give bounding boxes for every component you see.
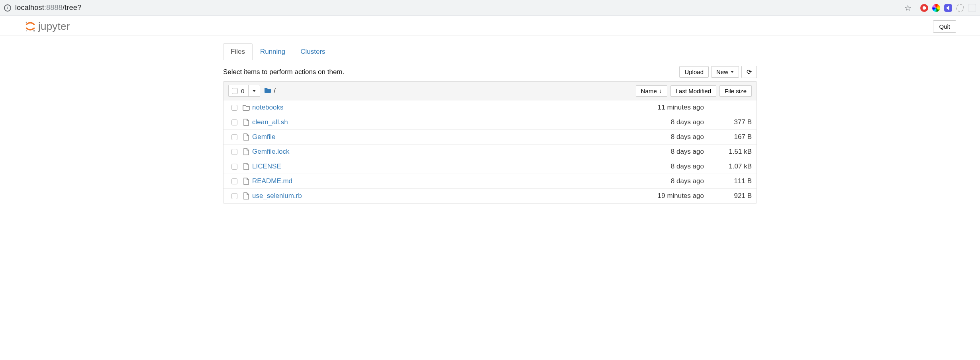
row-size: 1.07 kB <box>712 162 752 170</box>
select-all-control[interactable]: 0 <box>228 85 260 97</box>
url-path: /tree? <box>63 4 81 12</box>
row-modified: 8 days ago <box>632 118 712 126</box>
row-checkbox[interactable] <box>231 134 237 140</box>
file-icon <box>240 178 252 185</box>
table-row: clean_all.sh8 days ago377 B <box>223 115 757 130</box>
table-row: use_selenium.rb19 minutes ago921 B <box>223 189 757 203</box>
row-name-link[interactable]: notebooks <box>252 104 632 112</box>
row-size: 377 B <box>712 118 752 126</box>
info-icon[interactable]: i <box>4 4 11 12</box>
row-size: 921 B <box>712 192 752 200</box>
row-name-link[interactable]: Gemfile <box>252 133 632 141</box>
row-checkbox-wrap <box>228 178 240 184</box>
row-size: 1.51 kB <box>712 148 752 156</box>
name-col-label: Name <box>641 88 657 94</box>
browser-address-bar: i localhost:8888/tree? ☆ <box>0 0 980 16</box>
select-all-checkbox[interactable] <box>232 88 238 94</box>
new-dropdown-button[interactable]: New <box>711 66 739 78</box>
row-modified: 11 minutes ago <box>632 104 712 112</box>
row-name-link[interactable]: use_selenium.rb <box>252 192 632 200</box>
row-size: 111 B <box>712 177 752 185</box>
table-row: README.md8 days ago111 B <box>223 174 757 189</box>
row-checkbox-wrap <box>228 193 240 199</box>
row-name-link[interactable]: README.md <box>252 177 632 185</box>
select-dropdown[interactable] <box>248 85 260 96</box>
row-checkbox-wrap <box>228 105 240 111</box>
arrow-down-icon: ↓ <box>659 88 662 94</box>
row-modified: 8 days ago <box>632 177 712 185</box>
extension-ublock-icon[interactable] <box>920 4 928 12</box>
action-hint: Select items to perform actions on them. <box>223 68 344 76</box>
row-checkbox[interactable] <box>231 164 237 170</box>
row-checkbox[interactable] <box>231 149 237 155</box>
sort-size-button[interactable]: File size <box>719 85 752 97</box>
row-name-link[interactable]: clean_all.sh <box>252 118 632 126</box>
tabs: Files Running Clusters <box>199 43 781 60</box>
row-modified: 8 days ago <box>632 162 712 170</box>
modified-col-label: Last Modified <box>676 88 711 94</box>
file-icon <box>240 192 252 200</box>
row-modified: 8 days ago <box>632 133 712 141</box>
file-icon <box>240 163 252 170</box>
extension-rainbow-icon[interactable] <box>932 4 940 12</box>
url-display[interactable]: localhost:8888/tree? <box>15 4 81 12</box>
row-checkbox[interactable] <box>231 119 237 125</box>
row-checkbox-wrap <box>228 134 240 140</box>
row-checkbox[interactable] <box>231 105 237 111</box>
new-label: New <box>716 68 728 75</box>
table-row: LICENSE8 days ago1.07 kB <box>223 159 757 174</box>
caret-down-icon <box>731 71 734 73</box>
table-row: Gemfile8 days ago167 B <box>223 130 757 145</box>
page-header: jupyter Quit <box>0 16 980 35</box>
file-icon <box>240 133 252 141</box>
row-modified: 19 minutes ago <box>632 192 712 200</box>
extension-box-icon[interactable] <box>968 4 976 12</box>
listing-header: 0 / Name ↓ <box>223 82 757 100</box>
table-row: Gemfile.lock8 days ago1.51 kB <box>223 145 757 159</box>
refresh-button[interactable]: ⟳ <box>741 66 757 78</box>
folder-icon <box>240 104 252 111</box>
row-checkbox-wrap <box>228 119 240 125</box>
url-host: localhost <box>15 4 44 12</box>
file-icon <box>240 119 252 126</box>
file-icon <box>240 148 252 155</box>
caret-down-icon <box>253 90 256 92</box>
sort-name-button[interactable]: Name ↓ <box>636 85 667 97</box>
tab-files[interactable]: Files <box>223 43 253 60</box>
breadcrumb-root: / <box>274 87 276 95</box>
bookmark-star-icon[interactable]: ☆ <box>904 3 911 13</box>
quit-button[interactable]: Quit <box>933 20 956 33</box>
breadcrumb[interactable]: / <box>264 87 276 95</box>
extension-purple-icon[interactable] <box>944 4 952 12</box>
file-listing: 0 / Name ↓ <box>223 81 757 203</box>
upload-button[interactable]: Upload <box>679 66 709 78</box>
row-name-link[interactable]: LICENSE <box>252 162 632 170</box>
row-checkbox[interactable] <box>231 193 237 199</box>
action-row: Select items to perform actions on them.… <box>199 60 781 81</box>
svg-point-2 <box>26 30 27 31</box>
size-col-label: File size <box>725 88 747 94</box>
row-checkbox-wrap <box>228 149 240 155</box>
sort-modified-button[interactable]: Last Modified <box>670 85 716 97</box>
folder-icon <box>264 87 271 95</box>
svg-point-0 <box>26 22 27 23</box>
jupyter-logo-icon <box>24 20 37 33</box>
row-size: 167 B <box>712 133 752 141</box>
row-modified: 8 days ago <box>632 148 712 156</box>
extension-grey-icon[interactable] <box>956 4 964 12</box>
row-checkbox-wrap <box>228 164 240 170</box>
selected-count: 0 <box>241 88 248 94</box>
svg-point-1 <box>33 30 35 31</box>
row-name-link[interactable]: Gemfile.lock <box>252 148 632 156</box>
tab-clusters[interactable]: Clusters <box>293 43 333 60</box>
table-row: notebooks11 minutes ago <box>223 100 757 115</box>
tab-running[interactable]: Running <box>253 43 293 60</box>
url-port: :8888 <box>44 4 63 12</box>
refresh-icon: ⟳ <box>747 68 752 76</box>
row-checkbox[interactable] <box>231 178 237 184</box>
jupyter-logo[interactable]: jupyter <box>24 20 70 33</box>
jupyter-logo-text: jupyter <box>38 20 70 33</box>
